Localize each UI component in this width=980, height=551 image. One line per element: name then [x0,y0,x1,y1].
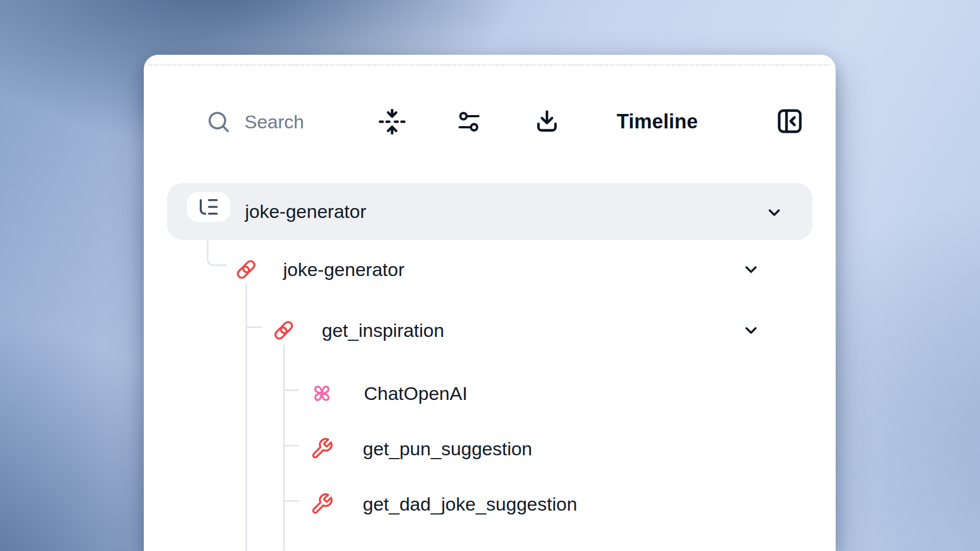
settings-sliders-icon [456,108,482,135]
row-expand-toggle[interactable] [740,319,762,341]
chain-link-icon [272,319,295,342]
row-expand-toggle[interactable] [740,258,762,280]
search-button[interactable] [203,107,234,137]
tree-row-joke-generator-chain[interactable]: joke-generator [144,255,836,284]
tree-row-label: get_inspiration [322,318,444,343]
tree-row-label: joke-generator [245,199,366,224]
tree-row-get-pun-suggestion[interactable]: get_pun_suggestion [144,434,836,463]
fold-vertical-icon [377,105,408,139]
tree-row-get-dad-joke-suggestion[interactable]: get_dad_joke_suggestion [144,490,836,518]
export-button[interactable] [531,105,563,138]
timeline-toggle[interactable]: Timeline [617,107,698,136]
trace-tree-icon [197,195,220,219]
row-expand-toggle[interactable] [763,201,785,223]
panel-top-divider [148,64,831,66]
tree-row-label: joke-generator [283,257,404,282]
tree-row-joke-generator-root[interactable]: joke-generator [167,183,812,240]
tree-row-label: get_dad_joke_suggestion [363,491,577,517]
collapse-panel-button[interactable] [773,105,806,138]
chevron-down-icon [741,259,761,279]
chain-link-icon [234,258,258,281]
tree-row-chatopenai[interactable]: ChatOpenAI [144,379,836,408]
tree-row-get-inspiration[interactable]: get_inspiration [144,316,836,345]
trace-tree-chip [187,192,230,222]
tree-row-label: get_pun_suggestion [363,436,532,461]
filter-settings-button[interactable] [453,106,484,137]
download-icon [533,107,561,136]
trace-panel: Search Timeline [144,55,836,551]
panel-left-close-icon [775,107,804,136]
chevron-down-icon [741,320,761,340]
llm-pinwheel-icon [310,381,334,406]
wrench-tool-icon [310,492,333,516]
search-icon [206,109,231,134]
chevron-down-icon [764,202,784,222]
search-label[interactable]: Search [244,108,304,136]
collapse-rows-button[interactable] [376,103,409,140]
tree-row-label: ChatOpenAI [364,381,467,406]
wrench-tool-icon [310,437,333,460]
